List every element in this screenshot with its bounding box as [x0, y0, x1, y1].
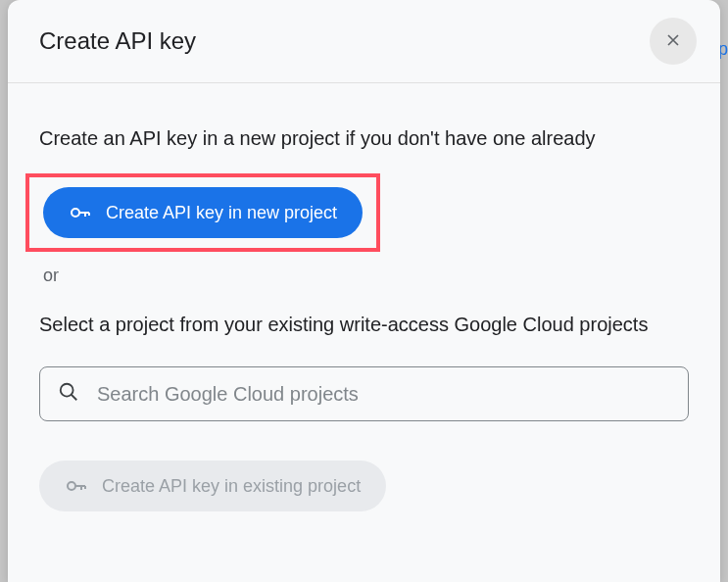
- svg-point-2: [68, 482, 75, 490]
- create-api-key-modal: Create API key Create an API key in a ne…: [8, 0, 720, 582]
- modal-title: Create API key: [39, 27, 196, 55]
- instruction-new-project: Create an API key in a new project if yo…: [39, 124, 689, 152]
- search-container[interactable]: [39, 366, 689, 421]
- key-icon: [69, 201, 92, 224]
- key-icon: [65, 474, 88, 498]
- highlight-annotation: Create API key in new project: [25, 173, 380, 252]
- create-new-label: Create API key in new project: [106, 203, 337, 223]
- create-api-key-existing-project-button: Create API key in existing project: [39, 461, 386, 511]
- search-icon: [58, 381, 79, 407]
- close-icon: [663, 30, 683, 53]
- search-projects-input[interactable]: [97, 383, 670, 406]
- or-separator: or: [43, 266, 689, 286]
- svg-point-0: [72, 209, 79, 217]
- modal-header: Create API key: [8, 0, 720, 83]
- instruction-existing-project: Select a project from your existing writ…: [39, 310, 689, 339]
- create-existing-label: Create API key in existing project: [102, 476, 361, 497]
- svg-point-1: [61, 384, 73, 397]
- create-api-key-new-project-button[interactable]: Create API key in new project: [43, 187, 363, 238]
- modal-body: Create an API key in a new project if yo…: [8, 83, 720, 582]
- close-button[interactable]: [650, 18, 697, 65]
